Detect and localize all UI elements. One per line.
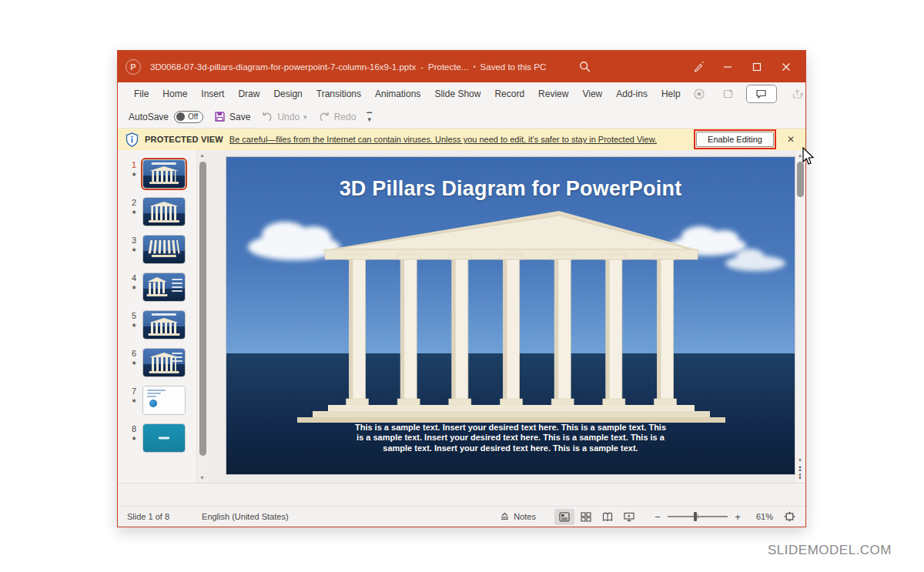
thumbnail-number: 3 (132, 236, 136, 245)
menu-tab-animations[interactable]: Animations (368, 85, 427, 103)
title-saved-status[interactable]: Saved to this PC (480, 62, 547, 72)
thumbnail-preview[interactable] (142, 159, 186, 189)
bottom-gray-strip (118, 483, 805, 506)
slide-thumbnail-item[interactable]: 7 ★ (126, 386, 196, 415)
normal-view-button[interactable] (554, 509, 574, 525)
menu-tab-view[interactable]: View (575, 85, 609, 103)
redo-icon (318, 112, 330, 122)
editor-scrollbar[interactable]: ▲ ▼ ▲▲ ▼▼ (794, 150, 805, 483)
comments-icon[interactable] (746, 85, 777, 103)
zoom-slider-thumb[interactable] (694, 512, 697, 521)
thumbnail-scrollbar[interactable]: ▲ ▼ (196, 150, 207, 483)
next-slide-icon[interactable]: ▼▼ (798, 473, 802, 480)
main-area: 1 ★ 2 ★ 3 ★ 4 ★ 5 ★ 6 ★ (118, 150, 805, 483)
animation-star-icon: ★ (131, 171, 136, 178)
slideshow-button[interactable] (619, 509, 639, 525)
zoom-in-icon[interactable]: + (733, 511, 742, 523)
undo-chevron-icon: ▾ (303, 113, 307, 121)
thumbnail-preview[interactable] (142, 423, 186, 453)
status-bar: Slide 1 of 8 English (United States) Not… (118, 506, 805, 527)
menu-tab-transitions[interactable]: Transitions (310, 85, 368, 103)
zoom-out-icon[interactable]: − (653, 511, 662, 523)
menu-tab-draw[interactable]: Draw (231, 85, 266, 103)
reading-view-button[interactable] (598, 509, 618, 525)
menu-tab-add-ins[interactable]: Add-ins (609, 85, 654, 103)
shield-info-icon (126, 132, 139, 147)
close-icon[interactable] (775, 57, 798, 77)
autosave-toggle[interactable]: Off (174, 111, 203, 123)
ribbon-tab-bar: FileHomeInsertDrawDesignTransitionsAnima… (118, 82, 805, 105)
menu-tab-insert[interactable]: Insert (194, 85, 231, 103)
slide-thumbnail-item[interactable]: 6 ★ (126, 348, 196, 377)
slide-body-text[interactable]: This is a sample text. Insert your desir… (283, 423, 738, 453)
thumbnail-number: 2 (132, 198, 136, 207)
powerpoint-app-icon[interactable]: P (126, 59, 141, 75)
protected-view-close-icon[interactable]: ✕ (782, 131, 799, 148)
slide-thumbnail-item[interactable]: 3 ★ (126, 235, 196, 264)
fit-slide-icon[interactable] (779, 509, 799, 525)
menu-tab-design[interactable]: Design (266, 85, 309, 103)
editor-scrollbar-thumb[interactable] (797, 162, 804, 197)
thumbnail-preview[interactable] (142, 273, 186, 302)
slide-sorter-button[interactable] (576, 509, 596, 525)
thumbnail-number: 6 (132, 349, 136, 358)
thumbnail-preview[interactable] (142, 235, 186, 264)
title-filename: 3D0068-07-3d-pillars-diagram-for-powerpo… (150, 62, 416, 72)
slide-canvas[interactable]: 3D Pillars Diagram for PowerPoint This i… (226, 156, 795, 475)
page: P 3D0068-07-3d-pillars-diagram-for-power… (0, 0, 924, 572)
window-title: 3D0068-07-3d-pillars-diagram-for-powerpo… (150, 62, 546, 72)
animation-star-icon: ★ (131, 209, 136, 216)
share-chevron-icon: ▾ (800, 91, 803, 98)
thumbnail-scrollbar-thumb[interactable] (199, 162, 206, 456)
menu-tab-record[interactable]: Record (487, 85, 531, 103)
slide-thumbnail-item[interactable]: 4 ★ (126, 273, 196, 302)
undo-button[interactable]: Undo ▾ (261, 112, 306, 122)
thumbnail-number: 1 (132, 160, 136, 169)
protected-view-message[interactable]: Be careful—files from the Internet can c… (229, 135, 688, 144)
slide-indicator[interactable]: Slide 1 of 8 (127, 512, 169, 521)
protected-view-label: PROTECTED VIEW (145, 135, 223, 144)
thumbnail-preview[interactable] (142, 197, 186, 226)
thumbnail-preview[interactable] (142, 386, 186, 415)
menu-tab-home[interactable]: Home (156, 85, 194, 103)
menu-tab-slide-show[interactable]: Slide Show (427, 85, 487, 103)
thumbnail-preview[interactable] (142, 348, 186, 377)
quick-access-toolbar: AutoSave Off Save Undo ▾ Redo ▔▾ (118, 105, 805, 129)
qat-overflow-icon[interactable]: ▔▾ (367, 112, 372, 121)
animation-star-icon: ★ (131, 435, 136, 442)
title-protected: Protecte... (428, 62, 468, 72)
title-bullet: • (473, 63, 475, 71)
maximize-icon[interactable] (745, 57, 768, 77)
editor-scroll-up-icon[interactable]: ▲ (795, 150, 805, 160)
record-icon[interactable] (688, 85, 711, 102)
share-icon[interactable]: ▾ (783, 85, 812, 102)
notes-splitter[interactable] (207, 483, 794, 483)
enable-editing-button[interactable]: Enable Editing (696, 132, 774, 147)
zoom-percentage[interactable]: 61% (750, 512, 773, 521)
scroll-down-icon[interactable]: ▼ (197, 473, 208, 483)
designer-icon[interactable] (717, 85, 740, 102)
slide-thumbnail-item[interactable]: 1 ★ (126, 159, 196, 189)
redo-button[interactable]: Redo (318, 112, 357, 122)
slide-thumbnail-item[interactable]: 8 ★ (126, 423, 196, 453)
slide-thumbnail-item[interactable]: 2 ★ (126, 197, 196, 226)
menu-tab-file[interactable]: File (127, 85, 156, 103)
menu-tab-help[interactable]: Help (654, 85, 688, 103)
ink-pen-icon[interactable] (687, 57, 710, 77)
scroll-up-icon[interactable]: ▲ (197, 150, 208, 160)
minimize-icon[interactable] (716, 57, 739, 77)
previous-slide-icon[interactable]: ▲▲ (798, 465, 802, 471)
ribbon-right-controls: ▾ (688, 85, 814, 103)
slidemodel-watermark: SLIDEMODEL.COM (768, 543, 892, 558)
save-icon (214, 111, 226, 122)
save-button[interactable]: Save (214, 111, 250, 122)
thumbnail-preview[interactable] (142, 310, 186, 340)
language-indicator[interactable]: English (United States) (202, 512, 289, 521)
notes-button[interactable]: Notes (494, 510, 542, 523)
search-icon[interactable] (573, 57, 596, 77)
zoom-slider[interactable] (668, 516, 728, 517)
slide-thumbnail-item[interactable]: 5 ★ (126, 310, 196, 340)
slide-title[interactable]: 3D Pillars Diagram for PowerPoint (226, 177, 795, 201)
zoom-control: − + (653, 511, 742, 523)
menu-tab-review[interactable]: Review (531, 85, 575, 103)
